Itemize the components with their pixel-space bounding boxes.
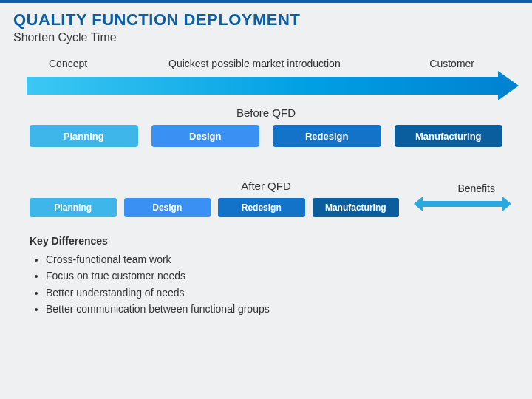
- timeline-start-label: Concept: [49, 58, 87, 69]
- benefits-arrow-shaft: [423, 201, 502, 207]
- before-stage-redesign: Redesign: [273, 125, 381, 147]
- list-item: Focus on true customer needs: [46, 267, 532, 284]
- list-item: Better communication between functional …: [46, 301, 532, 317]
- page-subtitle: Shorten Cycle Time: [13, 31, 532, 44]
- after-section: After QFD Planning Design Redesign Manuf…: [0, 180, 532, 217]
- after-stage-row: Planning Design Redesign Manufacturing: [30, 198, 399, 217]
- after-qfd-label: After QFD: [0, 180, 532, 192]
- before-qfd-label: Before QFD: [0, 106, 532, 119]
- key-differences-heading: Key Differences: [30, 235, 532, 247]
- after-stage-design: Design: [124, 198, 211, 217]
- benefits-label: Benefits: [457, 183, 495, 194]
- timeline-labels: Concept Quickest possible market introdu…: [13, 58, 519, 72]
- key-differences: Key Differences Cross-functional team wo…: [30, 235, 532, 318]
- accent-bar: [0, 0, 532, 3]
- after-stage-manufacturing: Manufacturing: [313, 198, 400, 217]
- before-stage-planning: Planning: [30, 125, 138, 147]
- after-stage-planning: Planning: [30, 198, 117, 217]
- arrow-left-icon: [414, 197, 423, 211]
- before-stage-row: Planning Design Redesign Manufacturing: [30, 125, 502, 147]
- before-stage-manufacturing: Manufacturing: [395, 125, 503, 147]
- timeline-center-label: Quickest possible market introduction: [168, 58, 341, 69]
- timeline-end-label: Customer: [429, 58, 474, 69]
- arrow-shaft: [27, 77, 499, 95]
- list-item: Better understanding of needs: [46, 284, 532, 301]
- benefits-arrow: [414, 199, 511, 209]
- key-differences-list: Cross-functional team work Focus on true…: [46, 251, 532, 318]
- timeline-arrow: [13, 77, 519, 95]
- after-stage-redesign: Redesign: [218, 198, 305, 217]
- arrow-head-icon: [498, 71, 519, 100]
- before-stage-design: Design: [151, 125, 260, 147]
- arrow-right-icon: [502, 197, 511, 211]
- list-item: Cross-functional team work: [46, 251, 532, 267]
- page-title: QUALITY FUNCTION DEPLOYMENT: [13, 10, 532, 30]
